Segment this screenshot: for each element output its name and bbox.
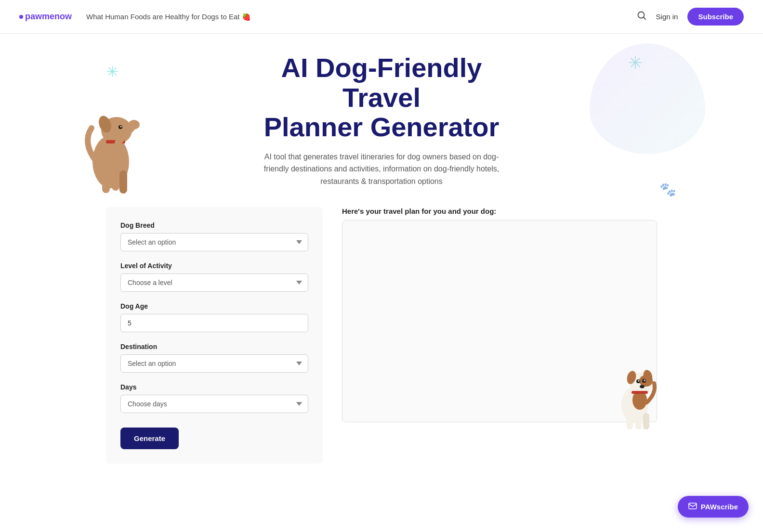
dog-age-group: Dog Age [120, 302, 308, 332]
svg-rect-29 [689, 503, 697, 509]
hero-dog-image [77, 94, 145, 202]
dog-age-input[interactable] [120, 314, 308, 332]
generate-button[interactable]: Generate [120, 428, 179, 449]
dog-age-label: Dog Age [120, 302, 308, 310]
hero-section: ✳ [0, 34, 763, 202]
svg-rect-27 [635, 412, 642, 429]
svg-point-23 [644, 379, 645, 381]
hero-description: AI tool that generates travel itinerarie… [261, 151, 502, 188]
signin-button[interactable]: Sign in [656, 13, 678, 21]
hero-bg-shape [590, 43, 705, 154]
svg-line-1 [644, 17, 645, 19]
hero-title: AI Dog-Friendly Travel Planner Generator [242, 53, 521, 142]
svg-rect-25 [631, 391, 648, 394]
svg-rect-26 [627, 412, 633, 429]
svg-rect-10 [112, 169, 119, 191]
result-panel: Here's your travel plan for you and your… [342, 207, 657, 464]
svg-point-21 [638, 380, 640, 381]
search-icon[interactable] [637, 11, 646, 23]
envelope-icon [688, 503, 697, 511]
svg-rect-28 [643, 413, 649, 429]
dog-breed-label: Dog Breed [120, 221, 308, 229]
subscribe-button[interactable]: Subscribe [687, 8, 744, 26]
svg-rect-9 [102, 169, 110, 193]
svg-point-6 [120, 126, 122, 127]
activity-label: Level of Activity [120, 262, 308, 270]
activity-select[interactable]: Choose a level Low Medium High [120, 273, 308, 292]
navbar: pawmenow What Human Foods are Healthy fo… [0, 0, 763, 34]
logo[interactable]: pawmenow [19, 12, 72, 22]
paw-icon: 🐾 [659, 182, 676, 197]
logo-dot [19, 15, 23, 19]
svg-point-24 [640, 385, 645, 388]
result-box [342, 220, 657, 422]
result-dog-image [608, 354, 666, 427]
dog-breed-select[interactable]: Select an option Labrador German Shepher… [120, 233, 308, 251]
nav-tagline: What Human Foods are Healthy for Dogs to… [86, 13, 637, 21]
nav-actions: Sign in Subscribe [637, 8, 744, 26]
result-label: Here's your travel plan for you and your… [342, 207, 657, 215]
pawscribe-button[interactable]: PAWscribe [678, 496, 749, 518]
logo-text: pawmenow [25, 12, 72, 22]
hero-content: AI Dog-Friendly Travel Planner Generator… [242, 53, 521, 188]
svg-point-13 [128, 120, 140, 130]
pawscribe-label: PAWscribe [701, 503, 738, 511]
days-select[interactable]: Choose days 1 2 3 4 5 6 7 [120, 395, 308, 413]
activity-group: Level of Activity Choose a level Low Med… [120, 262, 308, 292]
main-content: Dog Breed Select an option Labrador Germ… [0, 207, 763, 464]
destination-group: Destination Select an option Beach Mount… [120, 343, 308, 373]
form-panel: Dog Breed Select an option Labrador Germ… [106, 207, 323, 464]
snowflake-left-icon: ✳ [106, 63, 119, 81]
svg-rect-11 [119, 170, 127, 194]
destination-select[interactable]: Select an option Beach Mountains City Co… [120, 354, 308, 373]
days-group: Days Choose days 1 2 3 4 5 6 7 [120, 383, 308, 413]
days-label: Days [120, 383, 308, 391]
destination-label: Destination [120, 343, 308, 350]
dog-breed-group: Dog Breed Select an option Labrador Germ… [120, 221, 308, 251]
